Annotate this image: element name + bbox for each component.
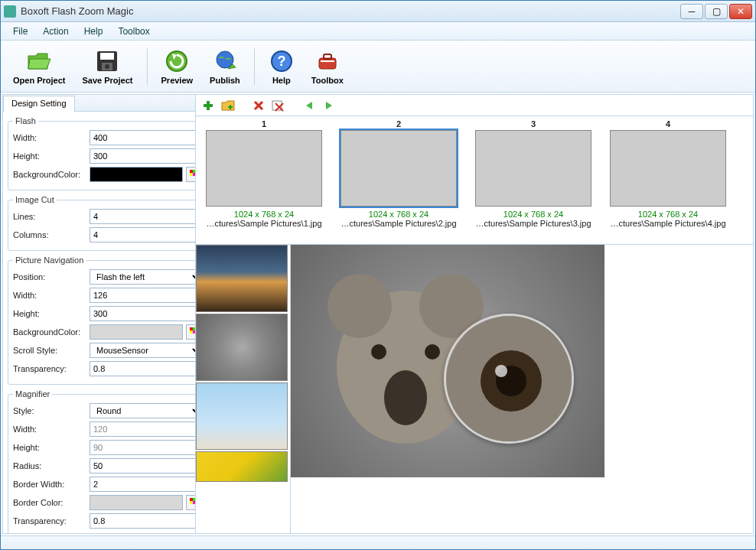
flash-bgcolor-swatch[interactable] xyxy=(90,167,183,182)
delete-image-button[interactable] xyxy=(251,98,266,113)
maximize-button[interactable]: ▢ xyxy=(705,4,728,19)
svg-rect-1 xyxy=(100,53,114,60)
help-icon: ? xyxy=(269,48,295,74)
picnav-height-input[interactable] xyxy=(90,306,195,321)
picnav-scrollstyle-select[interactable]: MouseSensor xyxy=(90,343,195,358)
thumb-item[interactable]: 1 1024 x 768 x 24 …ctures\Sample Picture… xyxy=(200,119,327,241)
thumb-image xyxy=(610,130,726,207)
app-title: Boxoft Flash Zoom Magic xyxy=(21,5,680,17)
svg-rect-9 xyxy=(324,54,331,59)
publish-button[interactable]: Publish xyxy=(204,45,246,88)
picnav-width-input[interactable] xyxy=(90,288,195,303)
app-window: Boxoft Flash Zoom Magic ─ ▢ ✕ File Actio… xyxy=(0,0,756,550)
nav-thumb[interactable] xyxy=(196,245,288,312)
nav-thumb[interactable] xyxy=(196,382,288,450)
picnav-position-select[interactable]: Flash the left xyxy=(90,269,195,285)
picnav-width-label: Width: xyxy=(13,291,90,300)
tab-design-setting[interactable]: Design Setting xyxy=(3,96,75,112)
magnifier-legend: Magnifier xyxy=(13,389,52,399)
svg-rect-12 xyxy=(193,170,195,173)
folder-open-icon xyxy=(26,48,52,74)
picnav-transparency-input[interactable] xyxy=(90,361,195,376)
flash-width-input[interactable] xyxy=(90,130,195,145)
magnifier-width-label: Width: xyxy=(13,425,90,434)
svg-rect-17 xyxy=(190,327,193,330)
app-icon xyxy=(4,5,16,18)
move-left-button[interactable] xyxy=(301,98,317,113)
svg-point-31 xyxy=(327,274,392,338)
thumb-image xyxy=(341,130,457,207)
magnifier-width-input[interactable] xyxy=(90,421,195,437)
magnifier-bordercolor-picker-button[interactable] xyxy=(186,495,195,510)
window-controls: ─ ▢ ✕ xyxy=(680,4,752,19)
thumb-image xyxy=(206,130,322,207)
picnav-bgcolor-label: BackgroundColor: xyxy=(13,327,90,337)
flash-group: Flash Width: Height: BackgroundColor: xyxy=(8,116,195,190)
nav-thumb[interactable] xyxy=(196,314,288,381)
settings-form: Flash Width: Height: BackgroundColor: xyxy=(3,112,195,533)
add-folder-button[interactable] xyxy=(220,98,236,113)
svg-rect-26 xyxy=(190,501,193,504)
svg-rect-21 xyxy=(193,330,195,334)
svg-point-33 xyxy=(384,370,427,425)
nav-thumb[interactable] xyxy=(196,451,288,482)
svg-rect-14 xyxy=(190,173,193,176)
preview-button[interactable]: Preview xyxy=(155,45,200,88)
toolbar-separator xyxy=(254,48,255,85)
floppy-icon xyxy=(94,48,120,74)
thumb-item[interactable]: 2 1024 x 768 x 24 …ctures\Sample Picture… xyxy=(335,119,462,241)
main-area: Design Setting Flash Width: Height: Back… xyxy=(2,94,754,534)
imagecut-legend: Image Cut xyxy=(13,195,57,204)
thumb-item[interactable]: 3 1024 x 768 x 24 …ctures\Sample Picture… xyxy=(470,119,597,241)
menu-toolbox[interactable]: Toolbox xyxy=(110,24,157,39)
picnav-position-label: Position: xyxy=(13,272,90,282)
menu-action[interactable]: Action xyxy=(35,24,76,39)
picnav-bgcolor-swatch[interactable] xyxy=(90,324,183,340)
magnifier-radius-input[interactable] xyxy=(90,458,195,474)
close-button[interactable]: ✕ xyxy=(729,4,752,19)
help-button[interactable]: ? Help xyxy=(262,45,301,88)
imagecut-columns-input[interactable] xyxy=(90,227,195,242)
svg-rect-20 xyxy=(190,330,193,334)
magnifier-bordercolor-swatch[interactable] xyxy=(90,495,183,510)
flash-height-input[interactable] xyxy=(90,148,195,164)
picnav-height-label: Height: xyxy=(13,309,90,318)
menu-help[interactable]: Help xyxy=(77,24,111,39)
svg-point-35 xyxy=(425,344,440,360)
imagecut-lines-input[interactable] xyxy=(90,209,195,224)
refresh-icon xyxy=(164,48,190,74)
thumbnail-list: 1 1024 x 768 x 24 …ctures\Sample Picture… xyxy=(196,116,753,245)
magnifier-style-select[interactable]: Round xyxy=(90,403,195,418)
magnifier-transparency-input[interactable] xyxy=(90,513,195,529)
save-project-button[interactable]: Save Project xyxy=(76,45,138,88)
nav-strip[interactable] xyxy=(196,245,291,533)
imagecut-group: Image Cut Lines: Columns: xyxy=(8,195,195,251)
preview-area xyxy=(196,245,753,533)
toolbox-icon xyxy=(314,48,341,74)
toolbox-button[interactable]: Toolbox xyxy=(305,45,350,88)
globe-icon xyxy=(212,48,238,74)
add-image-button[interactable] xyxy=(200,98,216,113)
settings-panel: Design Setting Flash Width: Height: Back… xyxy=(3,95,196,533)
thumb-item[interactable]: 4 1024 x 768 x 24 …ctures\Sample Picture… xyxy=(604,119,732,241)
magnifier-borderwidth-input[interactable] xyxy=(90,477,195,492)
magnifier-height-input[interactable] xyxy=(90,440,195,455)
picnav-group: Picture Navigation Position: Flash the l… xyxy=(8,255,195,385)
open-project-button[interactable]: Open Project xyxy=(7,45,71,88)
flash-bgcolor-picker-button[interactable] xyxy=(186,167,195,182)
svg-rect-27 xyxy=(193,501,195,504)
magnifier-group: Magnifier Style: Round Width: Height: xyxy=(8,389,195,533)
svg-rect-15 xyxy=(193,173,195,176)
picnav-bgcolor-picker-button[interactable] xyxy=(186,324,195,340)
magnifier-borderwidth-label: Border Width: xyxy=(13,480,90,489)
flash-width-label: Width: xyxy=(13,133,90,142)
magnifier-lens[interactable] xyxy=(444,314,574,444)
content-panel: 1 1024 x 768 x 24 …ctures\Sample Picture… xyxy=(196,95,753,533)
move-right-button[interactable] xyxy=(321,98,337,113)
delete-all-button[interactable] xyxy=(271,98,286,113)
preview-main[interactable] xyxy=(291,245,753,533)
preview-image xyxy=(291,245,604,477)
svg-point-34 xyxy=(371,344,386,360)
menu-file[interactable]: File xyxy=(5,24,35,39)
minimize-button[interactable]: ─ xyxy=(680,4,703,19)
